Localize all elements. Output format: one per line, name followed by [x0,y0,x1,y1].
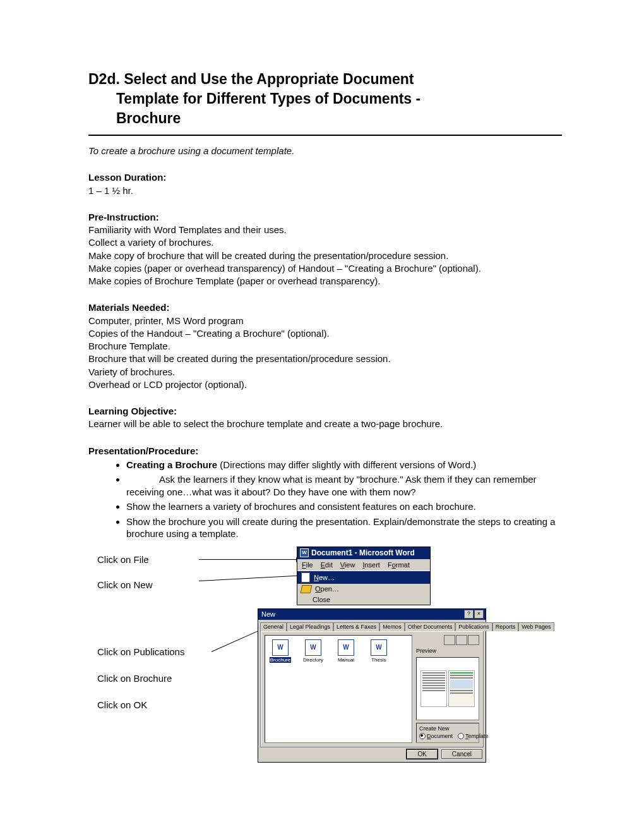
procedure-item-rest: Show the brochure you will create during… [126,516,556,540]
procedure-item-rest: Show the learners a variety of brochures… [126,501,476,512]
view-details-button[interactable] [468,635,479,645]
radio-template[interactable]: Template [458,733,489,739]
word-template-icon: W [272,639,289,656]
template-label: Brochure [270,657,291,663]
tab-letters-faxes[interactable]: Letters & Faxes [333,622,379,631]
word-app-icon: W [300,548,309,557]
tab-other-documents[interactable]: Other Documents [405,622,456,631]
dialog-body: W Brochure W Directory W Manual W Thesis [260,631,484,747]
procedure-item: Show the learners a variety of brochures… [126,500,562,513]
ok-button[interactable]: OK [407,749,437,759]
menu-item-close[interactable]: Close [297,595,430,605]
view-large-icons-button[interactable] [444,635,455,645]
materials-line: Copies of the Handout – "Creating a Broc… [88,327,562,340]
procedure-list: Creating a Brochure (Directions may diff… [88,459,562,540]
template-manual[interactable]: W Manual [333,639,359,663]
preview-label: Preview [416,648,479,654]
title-line-2: Template for Different Types of Document… [88,89,562,109]
materials-line: Computer, printer, MS Word program [88,315,562,327]
preview-box [416,657,479,720]
procedure-item: Creating a Brochure (Directions may diff… [126,459,562,471]
tab-general[interactable]: General [260,622,287,631]
new-file-icon [301,572,310,583]
menu-edit[interactable]: Edit [318,560,336,569]
radio-document[interactable]: Document [419,733,453,739]
title-line-3: Brochure [88,109,562,128]
arrow-icon [199,559,300,560]
menu-item-open[interactable]: Open… [297,584,430,595]
preinstruction-line: Make copies (paper or overhead transpare… [88,262,562,275]
materials-line: Variety of brochures. [88,366,562,378]
cancel-button[interactable]: Cancel [441,749,482,759]
template-label: Directory [302,657,324,663]
help-button[interactable]: ? [464,610,474,619]
tab-web-pages[interactable]: Web Pages [518,622,554,631]
dialog-titlebar: New ? × [258,609,486,620]
preview-page-left [420,670,447,707]
word-menubar: File Edit View Insert Format [297,559,430,571]
screenshot-area: Click on File Click on New Click on Publ… [88,547,562,799]
tab-memos[interactable]: Memos [379,622,405,631]
menu-insert[interactable]: Insert [359,560,383,569]
step-click-new: Click on New [97,579,153,590]
word-template-icon: W [305,639,321,656]
procedure-item-rest: Ask the learners if they know what is me… [126,474,537,497]
create-new-label: Create New [419,725,476,732]
tab-publications[interactable]: Publications [455,622,492,631]
template-directory[interactable]: W Directory [301,639,326,663]
procedure-item-rest: (Directions may differ slightly with dif… [217,459,476,470]
word-title-text: Document1 - Microsoft Word [311,548,415,557]
view-mode-buttons [416,635,479,645]
arrow-icon [212,628,264,652]
open-file-icon [301,585,313,593]
menu-item-new-label: New… [314,574,335,581]
procedure-item: Show the brochure you will create during… [126,516,562,540]
preinstruction-line: Collect a variety of brochures. [88,236,562,249]
close-button[interactable]: × [474,610,484,619]
preinstruction-line: Make copies of Brochure Template (paper … [88,275,562,287]
materials-heading: Materials Needed: [88,301,562,314]
materials-line: Brochure that will be created during the… [88,353,562,365]
dialog-tabs: General Legal Pleadings Letters & Faxes … [258,620,486,631]
procedure-heading: Presentation/Procedure: [88,445,562,457]
objective-text: Learner will be able to select the broch… [88,418,562,430]
objective-heading: Learning Objective: [88,405,562,418]
menu-view[interactable]: View [337,560,359,569]
dialog-buttons: OK Cancel [258,749,486,762]
procedure-item: Ask the learners if they know what is me… [126,473,562,498]
lesson-duration-heading: Lesson Duration: [88,171,562,184]
arrow-icon [199,575,309,581]
file-menu-dropdown: New… Open… Close [297,571,430,605]
tab-legal-pleadings[interactable]: Legal Pleadings [287,622,333,631]
menu-item-close-label: Close [313,596,330,603]
template-thesis[interactable]: W Thesis [366,639,391,663]
new-dialog: New ? × General Legal Pleadings Letters … [258,608,486,763]
document-page: D2d. Select and Use the Appropriate Docu… [0,0,644,834]
materials-line: Overhead or LCD projector (optional). [88,378,562,391]
radio-icon [419,733,426,739]
radio-template-label: Template [465,733,489,739]
dialog-window-controls: ? × [464,610,484,619]
tab-reports[interactable]: Reports [492,622,519,631]
menu-item-open-label: Open… [315,585,339,593]
menu-item-new[interactable]: New… [297,571,430,584]
title-line-1: D2d. Select and Use the Appropriate Docu… [88,71,414,87]
create-new-group: Create New Document Template [416,723,479,743]
materials-line: Brochure Template. [88,340,562,353]
dialog-title-text: New [261,610,275,618]
template-list: W Brochure W Directory W Manual W Thesis [265,635,412,743]
step-click-file: Click on File [97,554,149,565]
word-template-icon: W [371,639,387,656]
dialog-side-panel: Preview [416,635,479,743]
menu-file[interactable]: File [299,560,316,569]
preinstruction-line: Make copy of brochure that will be creat… [88,250,562,262]
word-window: W Document1 - Microsoft Word File Edit V… [297,547,431,605]
word-template-icon: W [338,639,354,656]
lesson-duration-text: 1 – 1 ½ hr. [88,184,562,197]
menu-format[interactable]: Format [385,560,413,569]
radio-icon [458,733,464,739]
preinstruction-line: Familiarity with Word Templates and thei… [88,224,562,236]
template-brochure[interactable]: W Brochure [268,639,293,663]
step-click-ok: Click on OK [97,699,147,710]
view-list-button[interactable] [456,635,467,645]
